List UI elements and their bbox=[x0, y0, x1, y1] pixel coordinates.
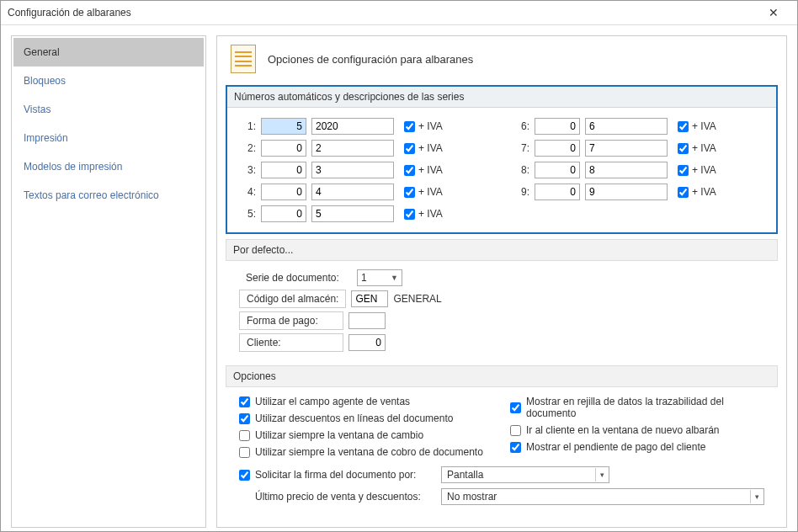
series-number-input[interactable] bbox=[261, 205, 306, 222]
series-index-label: 7: bbox=[514, 142, 529, 154]
defaults-group: Por defecto... Serie de documento: 1 ▼ C… bbox=[226, 239, 778, 360]
series-iva-wrap[interactable]: + IVA bbox=[404, 142, 443, 154]
firma-checkbox[interactable] bbox=[239, 470, 250, 481]
series-iva-wrap[interactable]: + IVA bbox=[404, 164, 443, 176]
option-label: Mostrar el pendiente de pago del cliente bbox=[526, 441, 705, 453]
series-iva-checkbox[interactable] bbox=[404, 165, 415, 176]
series-col-right: 6:+ IVA7:+ IVA8:+ IVA9:+ IVA bbox=[514, 118, 763, 222]
series-desc-input[interactable] bbox=[311, 118, 394, 135]
series-iva-wrap[interactable]: + IVA bbox=[404, 186, 443, 198]
nav-item-general[interactable]: General bbox=[13, 38, 204, 66]
cliente-input[interactable] bbox=[348, 334, 386, 351]
series-desc-input[interactable] bbox=[585, 140, 668, 157]
series-index-label: 4: bbox=[241, 186, 256, 198]
close-button[interactable]: ✕ bbox=[757, 1, 790, 24]
series-row: 1:+ IVA bbox=[241, 118, 489, 135]
option-row: Mostrar en rejilla de datos la trazabili… bbox=[510, 396, 764, 419]
nav-item-textos[interactable]: Textos para correo electrónico bbox=[13, 181, 204, 210]
titlebar: Configuración de albaranes ✕ bbox=[1, 1, 797, 25]
series-group-title: Números automáticos y descripciones de l… bbox=[227, 87, 776, 108]
serie-combo[interactable]: 1 ▼ bbox=[357, 269, 402, 286]
option-checkbox[interactable] bbox=[510, 425, 521, 436]
content-panel: Opciones de configuración para albaranes… bbox=[216, 35, 787, 528]
option-checkbox[interactable] bbox=[510, 402, 521, 413]
series-number-input[interactable] bbox=[535, 140, 580, 157]
option-label: Utilizar siempre la ventana de cambio bbox=[255, 429, 423, 441]
series-row: 7:+ IVA bbox=[514, 140, 763, 157]
series-iva-wrap[interactable]: + IVA bbox=[678, 186, 716, 198]
series-iva-checkbox[interactable] bbox=[678, 121, 689, 132]
option-checkbox[interactable] bbox=[239, 396, 250, 407]
precio-combo[interactable]: No mostrar ▾ bbox=[441, 488, 764, 505]
series-iva-checkbox[interactable] bbox=[404, 187, 415, 198]
cliente-label: Cliente: bbox=[239, 333, 343, 352]
series-desc-input[interactable] bbox=[311, 184, 394, 200]
nav-item-bloqueos[interactable]: Bloqueos bbox=[13, 66, 204, 95]
nav-item-modelos[interactable]: Modelos de impresión bbox=[13, 152, 204, 181]
precio-value: No mostrar bbox=[447, 491, 497, 503]
almacen-desc: GENERAL bbox=[393, 293, 441, 305]
nav-item-impresion[interactable]: Impresión bbox=[13, 124, 204, 152]
series-desc-input[interactable] bbox=[585, 184, 668, 200]
series-iva-checkbox[interactable] bbox=[678, 187, 689, 198]
options-group-title: Opciones bbox=[226, 365, 778, 387]
option-row: Utilizar siempre la ventana de cambio bbox=[239, 429, 493, 441]
series-desc-input[interactable] bbox=[585, 162, 668, 178]
series-iva-wrap[interactable]: + IVA bbox=[678, 142, 716, 154]
dropdown-arrow-icon: ▼ bbox=[391, 274, 398, 282]
series-iva-wrap[interactable]: + IVA bbox=[404, 208, 443, 220]
series-iva-checkbox[interactable] bbox=[404, 143, 415, 154]
firma-label: Solicitar la firma del documento por: bbox=[255, 469, 416, 481]
series-index-label: 2: bbox=[241, 142, 256, 154]
series-iva-wrap[interactable]: + IVA bbox=[678, 120, 716, 132]
series-desc-input[interactable] bbox=[311, 205, 394, 222]
series-number-input[interactable] bbox=[535, 184, 580, 200]
almacen-code-input[interactable] bbox=[351, 290, 388, 307]
series-iva-label: + IVA bbox=[692, 164, 716, 176]
series-iva-checkbox[interactable] bbox=[678, 143, 689, 154]
series-iva-label: + IVA bbox=[418, 208, 443, 220]
series-row: 8:+ IVA bbox=[514, 162, 763, 178]
series-desc-input[interactable] bbox=[311, 140, 394, 157]
series-row: 4:+ IVA bbox=[241, 184, 489, 200]
option-checkbox[interactable] bbox=[510, 442, 521, 453]
almacen-label: Código del almacén: bbox=[239, 290, 346, 308]
series-number-input[interactable] bbox=[261, 184, 306, 200]
series-index-label: 3: bbox=[241, 164, 256, 176]
series-row: 3:+ IVA bbox=[241, 162, 489, 178]
firma-combo[interactable]: Pantalla ▾ bbox=[441, 466, 609, 483]
series-iva-wrap[interactable]: + IVA bbox=[678, 164, 716, 176]
series-iva-checkbox[interactable] bbox=[678, 165, 689, 176]
series-iva-label: + IVA bbox=[418, 164, 443, 176]
series-desc-input[interactable] bbox=[311, 162, 394, 178]
option-checkbox[interactable] bbox=[239, 430, 250, 441]
series-iva-checkbox[interactable] bbox=[404, 209, 415, 220]
series-iva-checkbox[interactable] bbox=[404, 121, 415, 132]
option-checkbox[interactable] bbox=[239, 447, 250, 458]
option-checkbox[interactable] bbox=[239, 413, 250, 424]
option-row: Utilizar descuentos en líneas del docume… bbox=[239, 412, 493, 424]
series-number-input[interactable] bbox=[261, 140, 306, 157]
option-row: Mostrar el pendiente de pago del cliente bbox=[510, 441, 764, 453]
series-number-input[interactable] bbox=[535, 162, 580, 178]
option-label: Ir al cliente en la ventana de nuevo alb… bbox=[526, 424, 720, 436]
series-iva-label: + IVA bbox=[418, 142, 443, 154]
option-label: Mostrar en rejilla de datos la trazabili… bbox=[526, 396, 764, 419]
content-header: Opciones de configuración para albaranes bbox=[226, 45, 778, 73]
series-number-input[interactable] bbox=[261, 118, 306, 135]
content-title: Opciones de configuración para albaranes bbox=[268, 53, 473, 66]
option-row: Utilizar siempre la ventana de cobro de … bbox=[239, 446, 493, 458]
series-desc-input[interactable] bbox=[585, 118, 668, 135]
dialog-window: Configuración de albaranes ✕ General Blo… bbox=[0, 0, 798, 532]
series-number-input[interactable] bbox=[535, 118, 580, 135]
options-col-right: Mostrar en rejilla de datos la trazabili… bbox=[510, 396, 764, 458]
forma-input[interactable] bbox=[348, 312, 386, 329]
nav-item-vistas[interactable]: Vistas bbox=[13, 95, 204, 124]
series-iva-wrap[interactable]: + IVA bbox=[404, 120, 443, 132]
series-index-label: 8: bbox=[514, 164, 529, 176]
options-final: Solicitar la firma del documento por: Pa… bbox=[226, 466, 778, 513]
options-body: Utilizar el campo agente de ventasUtiliz… bbox=[226, 387, 778, 466]
window-title: Configuración de albaranes bbox=[8, 7, 131, 19]
document-icon bbox=[231, 45, 256, 73]
series-number-input[interactable] bbox=[261, 162, 306, 178]
